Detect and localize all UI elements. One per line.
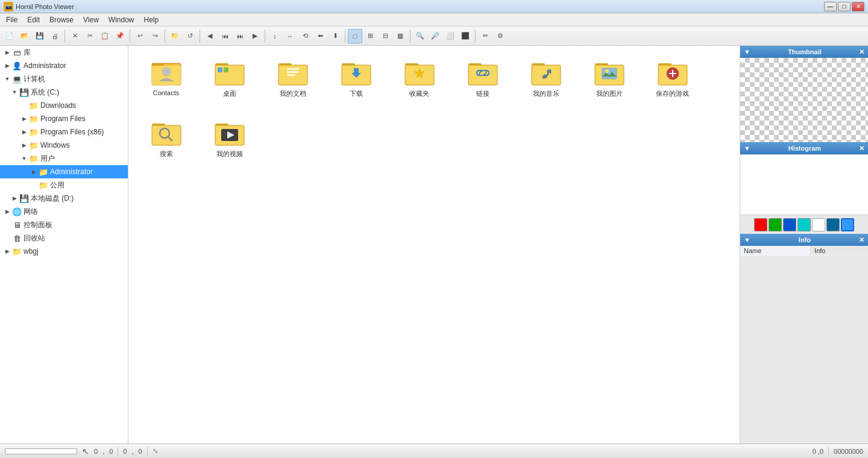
label-documents: 我的文档: [280, 89, 306, 98]
tool-down[interactable]: ⬇: [328, 29, 342, 43]
status-x: 0: [94, 448, 98, 455]
sidebar-item-computer[interactable]: ▼ 💻 计算机: [0, 72, 128, 86]
tool-rotate[interactable]: ⟲: [298, 29, 312, 43]
label-pictures: 我的图片: [596, 89, 623, 98]
tool-redo[interactable]: ↪: [148, 29, 162, 43]
folder-links[interactable]: 链接: [451, 52, 514, 112]
label-links: 链接: [476, 89, 489, 98]
menu-help[interactable]: Help: [139, 14, 164, 25]
tool-view1[interactable]: □: [348, 29, 362, 43]
sidebar-item-progfiles86[interactable]: ▶ 📁 Program Files (x86): [0, 125, 128, 139]
folder-videos-icon: [214, 118, 245, 147]
sidebar-item-admin-root[interactable]: ▶ 👤 Administrator: [0, 59, 128, 72]
swatch-white[interactable]: [812, 218, 825, 231]
tool-flip-v[interactable]: ↕: [268, 29, 282, 43]
sidebar-item-windows[interactable]: ▶ 📁 Windows: [0, 139, 128, 152]
tool-cut[interactable]: ✂: [83, 29, 97, 43]
sidebar-item-public[interactable]: 📁 公用: [0, 178, 128, 192]
thumbnail-header: ▼ Thumbnail ✕: [740, 46, 868, 58]
arrow-admin-root: ▶: [2, 61, 12, 71]
tool-save[interactable]: 💾: [33, 29, 47, 43]
swatch-selected[interactable]: [841, 218, 854, 231]
menu-edit[interactable]: Edit: [22, 14, 45, 25]
tool-zoom-out[interactable]: 🔎: [428, 29, 442, 43]
tool-open[interactable]: 📂: [17, 29, 32, 43]
toolbar-sep-2: [130, 30, 130, 43]
icon-users: 📁: [29, 154, 39, 163]
menu-window[interactable]: Window: [104, 14, 139, 25]
menu-view[interactable]: View: [78, 14, 104, 25]
folder-contacts-icon: [151, 58, 182, 87]
folder-contacts[interactable]: Contacts: [134, 52, 198, 112]
icon-wbgj: 📁: [12, 246, 22, 256]
sidebar-item-d[interactable]: ▶ 💾 本地磁盘 (D:): [0, 192, 128, 205]
tool-zoom-in[interactable]: 🔍: [413, 29, 427, 43]
sidebar-item-ku[interactable]: ▶ 🗃 库: [0, 46, 128, 59]
swatch-green[interactable]: [769, 218, 782, 231]
folder-pictures[interactable]: 我的图片: [577, 52, 641, 112]
folder-search[interactable]: 搜索: [134, 112, 198, 172]
sidebar-item-progfiles[interactable]: ▶ 📁 Program Files: [0, 112, 128, 125]
folder-favorites[interactable]: 收藏夹: [388, 52, 451, 112]
label-videos: 我的视频: [216, 149, 243, 158]
maximize-button[interactable]: □: [838, 2, 851, 11]
tool-view3[interactable]: ⊟: [378, 29, 392, 43]
folder-videos[interactable]: 我的视频: [198, 112, 261, 172]
menu-file[interactable]: File: [1, 14, 22, 25]
folder-music[interactable]: 我的音乐: [514, 52, 577, 112]
swatch-blue[interactable]: [783, 218, 796, 231]
arrow-recycle: [2, 233, 12, 243]
info-close[interactable]: ✕: [859, 236, 864, 244]
tool-flip-h[interactable]: ↔: [283, 29, 297, 43]
sidebar-item-administrator[interactable]: ▶ 📁 Administrator: [0, 165, 128, 178]
info-header-arrow: ▼: [744, 236, 750, 243]
icon-progfiles: 📁: [29, 114, 39, 124]
tool-next[interactable]: ▶: [248, 29, 262, 43]
window-title: Hornil Photo Viewer: [16, 3, 824, 10]
sidebar-item-wbgj[interactable]: ▶ 📁 wbgj: [0, 245, 128, 258]
info-cell-name-label: Name: [740, 246, 811, 256]
tool-last[interactable]: ⏭: [233, 29, 247, 43]
tool-first[interactable]: ⏮: [218, 29, 232, 43]
info-table: Name Info: [740, 246, 868, 256]
tool-prev[interactable]: ◀: [203, 29, 217, 43]
tool-browse[interactable]: 📁: [168, 29, 182, 43]
tool-paste[interactable]: 📌: [113, 29, 127, 43]
tool-print[interactable]: 🖨: [48, 29, 62, 43]
folder-desktop[interactable]: 桌面: [198, 52, 261, 112]
tool-close-file[interactable]: ✕: [68, 29, 82, 43]
minimize-button[interactable]: —: [824, 2, 837, 11]
sidebar-item-controlpanel[interactable]: 🖥 控制面板: [0, 218, 128, 231]
tool-view4[interactable]: ▦: [393, 29, 407, 43]
folder-games[interactable]: 保存的游戏: [641, 52, 704, 112]
sidebar-item-downloads[interactable]: 📁 Downloads: [0, 99, 128, 112]
tool-fit-window[interactable]: ⬜: [443, 29, 458, 43]
sidebar-item-users[interactable]: ▼ 📁 用户: [0, 152, 128, 165]
swatch-red[interactable]: [754, 218, 767, 231]
sidebar-item-recycle[interactable]: 🗑 回收站: [0, 231, 128, 245]
tool-view2[interactable]: ⊞: [363, 29, 377, 43]
svg-point-4: [162, 67, 171, 76]
thumbnail-close[interactable]: ✕: [859, 48, 864, 56]
folder-downloads[interactable]: 下载: [324, 52, 388, 112]
tool-new[interactable]: 📄: [2, 29, 17, 43]
histogram-close[interactable]: ✕: [859, 145, 864, 152]
tool-actual-size[interactable]: ⬛: [458, 29, 473, 43]
swatch-active[interactable]: [826, 218, 840, 231]
label-public: 公用: [50, 180, 64, 190]
sidebar-item-network[interactable]: ▶ 🌐 网络: [0, 205, 128, 218]
tool-settings[interactable]: ⚙: [493, 29, 508, 43]
folder-documents[interactable]: 我的文档: [261, 52, 324, 112]
sidebar-item-c[interactable]: ▼ 💾 系统 (C:): [0, 86, 128, 99]
close-button[interactable]: ✕: [852, 2, 864, 11]
icon-controlpanel: 🖥: [12, 220, 22, 230]
tool-copy[interactable]: 📋: [98, 29, 112, 43]
tool-refresh[interactable]: ↺: [183, 29, 197, 43]
tool-back[interactable]: ⬅: [313, 29, 327, 43]
menu-browse[interactable]: Browse: [45, 14, 78, 25]
icon-c: 💾: [19, 87, 29, 97]
tool-edit[interactable]: ✏: [478, 29, 492, 43]
arrow-c: ▼: [10, 87, 19, 97]
tool-undo[interactable]: ↩: [133, 29, 147, 43]
swatch-cyan[interactable]: [797, 218, 811, 231]
